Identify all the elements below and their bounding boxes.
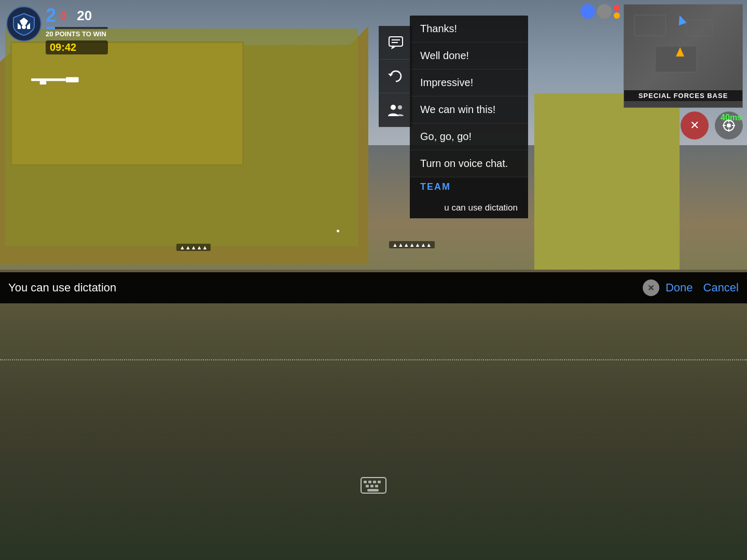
svg-rect-15 [389,37,403,46]
svg-rect-1 [31,78,66,81]
svg-marker-19 [388,74,393,76]
team-label: TEAM [420,181,451,192]
score-red: 0 [60,10,66,21]
score-area: 2 0 20 20 POINTS TO WIN 09:42 [46,6,108,54]
keyboard-divider [0,359,747,360]
score-progress-fill [46,27,55,29]
chat-item-voice-chat[interactable]: Turn on voice chat. [410,150,528,177]
team-icon [387,103,405,117]
game-timer: 09:42 [46,40,108,54]
team-icon-btn[interactable] [379,93,412,127]
svg-rect-4 [634,15,666,36]
svg-point-21 [398,105,402,109]
reload-icon [388,68,404,84]
svg-rect-28 [370,485,374,487]
team-banner: TEAM [410,177,528,198]
cancel-button[interactable]: Cancel [703,281,739,295]
svg-rect-25 [373,481,376,483]
building-wall [5,29,358,246]
dictation-preview: u can use dictation [410,198,528,218]
keyboard-symbol [360,477,387,494]
indicator-orange [614,12,620,19]
close-button[interactable]: ✕ [681,111,709,139]
svg-rect-30 [367,489,379,492]
chat-input[interactable] [8,281,643,295]
score-blue: 2 [46,6,56,25]
svg-rect-24 [368,481,371,483]
crosshair [335,228,341,234]
keyboard-icon[interactable] [360,477,387,498]
minimap-grid [624,5,742,90]
score-progress-bar [46,27,108,29]
svg-rect-2 [66,77,79,82]
clear-button[interactable]: ✕ [643,279,659,296]
svg-point-0 [22,25,26,29]
top-indicators [580,4,620,19]
ammo-display: 40ms [721,113,742,122]
svg-point-10 [727,123,731,128]
svg-rect-23 [364,481,367,483]
indicator-red [614,5,620,11]
ground-area [0,270,747,560]
svg-rect-5 [686,20,712,36]
chat-item-go-go[interactable]: Go, go, go! [410,123,528,150]
indicator-gray-1 [597,4,612,19]
svg-point-20 [391,105,396,110]
hud-topleft: 2 0 20 20 POINTS TO WIN 09:42 [6,6,108,54]
text-input-bar[interactable]: ✕ Done Cancel [0,272,747,303]
indicator-blue-1 [580,4,595,19]
chat-item-win-this[interactable]: We can win this! [410,96,528,123]
svg-rect-3 [40,81,47,85]
crosshair-dot [337,230,339,232]
chat-menu[interactable]: Thanks! Well done! Impressive! We can wi… [410,16,528,218]
chat-item-well-done[interactable]: Well done! [410,43,528,69]
score-total: 20 [77,9,92,22]
weapon-display [31,73,83,90]
left-sidebar[interactable] [379,26,412,127]
team-logo-icon [11,11,36,36]
minimap-bg [624,5,742,90]
game-screen: ▲▲▲▲▲ ▲▲▲▲▲▲▲ 2 0 20 20 POINTS TO WI [0,0,747,560]
svg-rect-6 [655,46,697,72]
score-row: 2 0 20 [46,6,108,25]
player-tag-1: ▲▲▲▲▲ [176,244,211,251]
chat-item-impressive[interactable]: Impressive! [410,69,528,96]
done-button[interactable]: Done [666,281,693,295]
svg-rect-26 [378,481,381,483]
svg-marker-8 [675,14,686,25]
chat-item-thanks[interactable]: Thanks! [410,16,528,43]
minimap: SPECIAL FORCES BASE [624,4,743,108]
reload-icon-btn[interactable] [379,60,412,93]
building-right [534,93,680,270]
chat-icon-btn[interactable] [379,26,412,60]
weapon-icon [31,73,83,88]
points-to-win: 20 POINTS TO WIN [46,30,108,38]
minimap-label: SPECIAL FORCES BASE [624,90,742,101]
svg-rect-27 [366,485,369,487]
chat-icon [388,36,404,49]
team-logo [6,6,42,41]
player-tag-2: ▲▲▲▲▲▲▲ [389,241,435,248]
svg-rect-29 [375,485,378,487]
